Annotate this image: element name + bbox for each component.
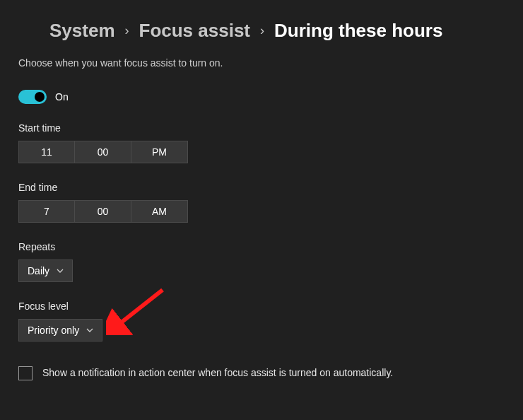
start-time-hour[interactable]: 11 [18,141,75,163]
repeats-dropdown[interactable]: Daily [18,259,73,282]
focus-assist-toggle[interactable] [18,90,47,104]
end-time-ampm[interactable]: AM [131,200,188,223]
repeats-label: Repeats [18,241,505,252]
repeats-value: Daily [28,265,49,276]
page-description: Choose when you want focus assist to tur… [18,57,505,69]
breadcrumb-focus-assist[interactable]: Focus assist [139,20,251,42]
start-time-minute[interactable]: 00 [75,141,131,163]
notification-checkbox[interactable] [18,366,33,380]
focus-level-dropdown[interactable]: Priority only [18,319,102,342]
breadcrumb-current: During these hours [274,20,442,42]
chevron-down-icon [57,267,64,274]
chevron-right-icon: › [260,23,264,38]
toggle-state-label: On [55,91,69,103]
chevron-down-icon [86,327,93,334]
start-time-label: Start time [18,122,505,134]
focus-level-label: Focus level [18,301,505,312]
breadcrumb: System › Focus assist › During these hou… [49,20,505,42]
end-time-hour[interactable]: 7 [18,200,75,223]
end-time-picker: 7 00 AM [18,200,505,223]
start-time-ampm[interactable]: PM [131,141,188,163]
chevron-right-icon: › [125,23,129,38]
focus-level-value: Priority only [28,325,79,336]
notification-checkbox-label: Show a notification in action center whe… [42,366,393,380]
end-time-label: End time [18,182,505,193]
start-time-picker: 11 00 PM [18,141,505,163]
breadcrumb-system[interactable]: System [49,20,115,42]
end-time-minute[interactable]: 00 [75,200,131,223]
toggle-knob [35,92,45,102]
